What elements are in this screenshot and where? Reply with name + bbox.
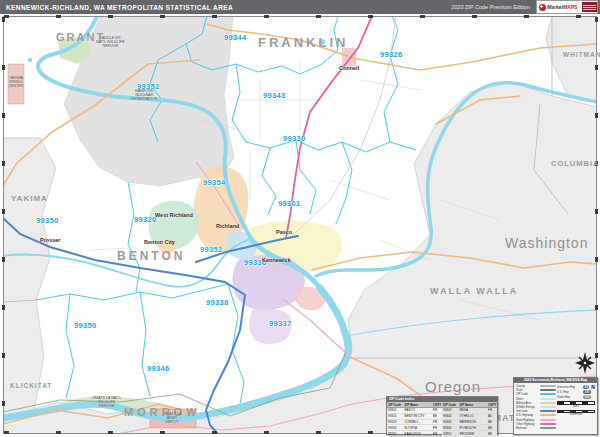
legend-item: Railroad xyxy=(516,426,557,430)
legend-swatch xyxy=(540,389,556,391)
ruler-ticks-top xyxy=(4,15,596,18)
legend-swatch xyxy=(540,419,556,421)
legend-title: 2020 Kennewick-Richland, WA MSA Map xyxy=(514,378,597,383)
map-page: KENNEWICK-RICHLAND, WA METROPOLITAN STAT… xyxy=(0,0,600,437)
urban-kennewick-south xyxy=(249,308,292,344)
legend-north-icon: N xyxy=(591,384,595,390)
zip-table-grid: ZIP CodeZIP NameCNTYZIP CodeZIP NameCNTY… xyxy=(387,402,497,437)
scale-bar: Kilometers xyxy=(557,410,595,417)
ruler-ticks-right xyxy=(595,17,598,433)
zip-index-table: ZIP Code Index ZIP CodeZIP NameCNTYZIP C… xyxy=(386,396,498,435)
legend-swatch xyxy=(540,393,556,395)
legend-swatch xyxy=(540,427,556,429)
map-canvas xyxy=(0,0,600,437)
highway-shield-icon: 240 xyxy=(583,395,591,399)
highway-shield-icon: 82 xyxy=(583,385,589,389)
legend-swatch xyxy=(540,414,556,416)
town-connell-fill xyxy=(342,48,356,66)
legend-swatch xyxy=(540,385,556,387)
legend-highway-item: U.S. Hwy395 xyxy=(557,389,595,394)
legend-swatch xyxy=(540,398,556,400)
legend-highways-column: N Interstate Hwy82U.S. Hwy395State Hwy24… xyxy=(557,384,595,430)
legend-swatch xyxy=(540,402,556,404)
legend-highway-item: State Hwy240 xyxy=(557,394,595,399)
legend-swatch xyxy=(540,410,556,412)
highway-shield-icon: 395 xyxy=(583,390,591,394)
ruler-ticks-left xyxy=(2,17,5,433)
legend-swatch xyxy=(540,423,556,425)
legend-panel: 2020 Kennewick-Richland, WA MSA Map Coun… xyxy=(513,377,598,435)
area-yakima-firing-center xyxy=(8,64,24,104)
legend-symbols-column: CountyStateZIP CodeWaterMilitary AreaWil… xyxy=(516,384,557,430)
legend-swatch xyxy=(540,406,556,408)
scale-bar: Miles xyxy=(557,401,595,408)
ruler-ticks-bottom xyxy=(4,431,596,434)
